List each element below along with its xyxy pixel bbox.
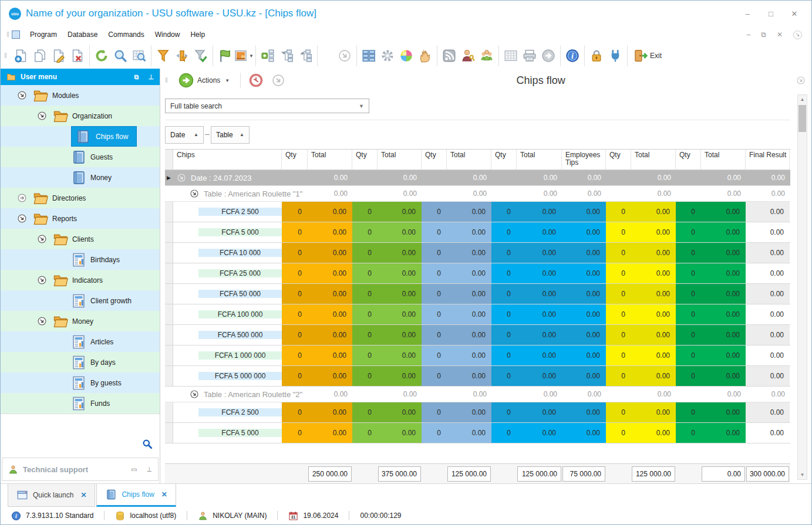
exit-button[interactable]: Exit <box>630 46 665 65</box>
color-wheel-button[interactable] <box>397 46 416 65</box>
arrow-forward-button[interactable] <box>539 46 558 65</box>
total-cell[interactable]: 0.00 <box>701 284 746 304</box>
chip-denomination-cell[interactable]: FCFA 25 000 <box>198 269 282 277</box>
qty-cell[interactable]: 0 <box>352 304 378 324</box>
column-header-total[interactable]: Total <box>308 150 352 170</box>
total-cell[interactable]: 0.00 <box>378 346 422 365</box>
qty-cell[interactable]: 0 <box>606 423 631 443</box>
employees-tips-cell[interactable]: 0.00 <box>562 325 606 345</box>
qty-cell[interactable]: 0 <box>422 284 447 304</box>
chip-denomination-cell[interactable]: FCFA 100 000 <box>198 310 282 319</box>
qty-cell[interactable]: 0 <box>282 402 308 422</box>
qty-cell[interactable]: 0 <box>352 366 378 386</box>
total-cell[interactable]: 0.00 <box>447 423 491 443</box>
mdi-close-button[interactable]: ✕ <box>777 31 783 39</box>
tree-expand-button[interactable] <box>296 46 315 65</box>
total-cell[interactable]: 0.00 <box>631 402 676 422</box>
total-cell[interactable]: 0.00 <box>517 366 562 386</box>
total-cell[interactable]: 0.00 <box>378 263 422 283</box>
search-button[interactable] <box>111 46 130 65</box>
qty-cell[interactable]: 0 <box>606 304 631 324</box>
sidebar-item-organization[interactable]: Organization <box>1 106 160 126</box>
qty-cell[interactable]: 0 <box>676 346 701 365</box>
table-grid-button[interactable] <box>501 46 520 65</box>
image-dropdown-caret-icon[interactable]: ▼ <box>249 53 254 59</box>
total-cell[interactable]: 0.00 <box>517 202 562 222</box>
column-header-total[interactable]: Total <box>517 150 562 170</box>
support-restore-button[interactable]: ▭ <box>131 466 137 473</box>
total-cell[interactable]: 0.00 <box>308 346 352 365</box>
users-group-button[interactable] <box>477 46 496 65</box>
qty-cell[interactable]: 0 <box>676 325 701 345</box>
sidebar-pin-button[interactable]: ⊥ <box>148 73 154 81</box>
page-add-button[interactable] <box>12 46 31 65</box>
qty-cell[interactable]: 0 <box>676 423 701 443</box>
total-cell[interactable]: 0.00 <box>308 222 352 242</box>
total-cell[interactable]: 0.00 <box>631 366 676 386</box>
total-cell[interactable]: 0.00 <box>378 423 422 443</box>
support-pin-button[interactable]: ⊥ <box>146 466 152 473</box>
qty-cell[interactable]: 0 <box>676 263 701 283</box>
total-cell[interactable]: 0.00 <box>378 304 422 324</box>
total-cell[interactable]: 0.00 <box>447 243 491 263</box>
technical-support-panel[interactable]: Technical support ▭ ⊥ <box>2 458 159 481</box>
total-cell[interactable]: 0.00 <box>517 304 562 324</box>
qty-cell[interactable]: 0 <box>491 304 517 324</box>
scroll-up-icon[interactable]: ▲ <box>798 95 807 104</box>
menu-commands[interactable]: Commands <box>103 29 149 40</box>
qty-cell[interactable]: 0 <box>491 346 517 365</box>
total-cell[interactable]: 0.00 <box>308 423 352 443</box>
refresh-button[interactable] <box>92 46 111 65</box>
qty-cell[interactable]: 0 <box>491 222 517 242</box>
employees-tips-cell[interactable]: 0.00 <box>562 222 606 242</box>
total-cell[interactable]: 0.00 <box>447 222 491 242</box>
qty-cell[interactable]: 0 <box>352 402 378 422</box>
final-result-cell[interactable]: 0.00 <box>746 304 790 324</box>
image-button[interactable]: ▼ <box>234 46 253 65</box>
total-cell[interactable]: 0.00 <box>631 263 676 283</box>
filter-column-button[interactable] <box>173 46 191 65</box>
sidebar-item-chips-flow[interactable]: Chips flow <box>1 126 160 147</box>
final-result-cell[interactable]: 0.00 <box>746 423 790 443</box>
column-header-qty[interactable]: Qty <box>606 150 631 170</box>
qty-cell[interactable]: 0 <box>676 222 701 242</box>
plug-button[interactable] <box>606 46 625 65</box>
total-cell[interactable]: 0.00 <box>517 346 562 365</box>
qty-cell[interactable]: 0 <box>491 402 517 422</box>
final-result-cell[interactable]: 0.00 <box>746 222 790 242</box>
total-cell[interactable]: 0.00 <box>701 263 746 283</box>
group-by-date[interactable]: Date▲ <box>165 126 204 144</box>
qty-cell[interactable]: 0 <box>352 263 378 283</box>
chip-denomination-cell[interactable]: FCFA 1 000 000 <box>198 351 282 360</box>
sidebar-item-directories[interactable]: Directories <box>1 188 160 208</box>
total-cell[interactable]: 0.00 <box>308 325 352 345</box>
qty-cell[interactable]: 0 <box>352 202 378 222</box>
qty-cell[interactable]: 0 <box>606 325 631 345</box>
employees-tips-cell[interactable]: 0.00 <box>562 304 606 324</box>
nav-circle-button[interactable] <box>335 46 354 65</box>
employees-tips-cell[interactable]: 0.00 <box>562 402 606 422</box>
total-cell[interactable]: 0.00 <box>631 243 676 263</box>
sidebar-item-by-days[interactable]: By days <box>1 352 160 372</box>
search-icon[interactable] <box>142 439 153 449</box>
column-header-chips[interactable]: Chips <box>173 150 282 170</box>
qty-cell[interactable]: 0 <box>606 202 631 222</box>
qty-cell[interactable]: 0 <box>422 402 447 422</box>
lock-button[interactable] <box>587 46 606 65</box>
column-header-qty[interactable]: Qty <box>282 150 308 170</box>
dropdown-circle-icon[interactable]: ↘ <box>793 31 802 39</box>
sort-asc-icon[interactable]: ▲ <box>240 132 244 137</box>
total-cell[interactable]: 0.00 <box>378 243 422 263</box>
total-cell[interactable]: 0.00 <box>631 346 676 365</box>
chip-denomination-cell[interactable]: FCFA 2 500 <box>198 208 282 216</box>
final-result-cell[interactable]: 0.00 <box>746 402 790 422</box>
column-header-employees-tips[interactable]: Employees Tips <box>562 150 606 170</box>
total-cell[interactable]: 0.00 <box>447 325 491 345</box>
search-grid-button[interactable] <box>130 46 149 65</box>
total-cell[interactable]: 0.00 <box>308 263 352 283</box>
total-cell[interactable]: 0.00 <box>308 243 352 263</box>
qty-cell[interactable]: 0 <box>676 304 701 324</box>
page-delete-button[interactable] <box>68 46 87 65</box>
tab-quick-launch[interactable]: Quick launch✕ <box>8 484 95 507</box>
menu-database[interactable]: Database <box>62 29 103 40</box>
